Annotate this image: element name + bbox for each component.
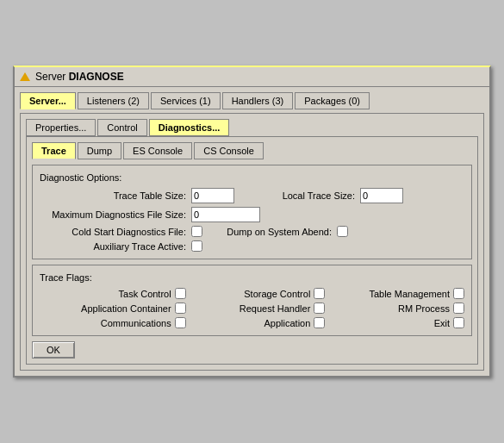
- diagnostics-panel: Trace Dump ES Console CS Console Diagnos…: [26, 136, 478, 365]
- tab-handlers[interactable]: Handlers (3): [222, 92, 294, 109]
- local-trace-size-input[interactable]: [360, 188, 403, 203]
- flag-communications-checkbox[interactable]: [175, 317, 186, 328]
- flag-table-management: Table Management: [327, 288, 464, 299]
- trace-flags-label: Trace Flags:: [40, 272, 464, 283]
- window-content: Server... Listeners (2) Services (1) Han…: [15, 87, 489, 376]
- flag-exit: Exit: [327, 317, 464, 328]
- trace-table-size-input[interactable]: [191, 188, 234, 203]
- local-trace-size-label: Local Trace Size:: [252, 190, 355, 201]
- ok-button[interactable]: OK: [32, 341, 75, 359]
- trace-table-size-label: Trace Table Size:: [48, 190, 186, 201]
- trace-flags-panel: Trace Flags: Task Control Storage Contro…: [32, 265, 472, 336]
- flag-communications-label: Communications: [101, 318, 171, 328]
- second-tab-bar: Properties... Control Diagnostics...: [26, 119, 478, 136]
- dump-abend-label: Dump on System Abend:: [220, 227, 332, 237]
- flag-storage-control-checkbox[interactable]: [314, 288, 325, 299]
- flag-task-control-checkbox[interactable]: [175, 288, 186, 299]
- size-row-1: Trace Table Size: Local Trace Size:: [48, 188, 464, 203]
- flag-app-container-label: Application Container: [81, 303, 171, 314]
- tab-dump[interactable]: Dump: [78, 142, 121, 159]
- auxiliary-trace-row: Auxiliary Trace Active:: [48, 240, 464, 252]
- diagnostic-options-form: Trace Table Size: Local Trace Size: Maxi…: [40, 188, 464, 252]
- dump-abend-group: Dump on System Abend:: [220, 226, 348, 237]
- tab-properties[interactable]: Properties...: [26, 119, 96, 136]
- title-prefix: Server: [35, 71, 69, 83]
- flag-task-control-label: Task Control: [119, 289, 171, 299]
- max-diag-size-row: Maximum Diagnostics File Size:: [48, 207, 464, 222]
- flag-rm-process-label: RM Process: [398, 303, 450, 314]
- tab-es-console[interactable]: ES Console: [123, 142, 192, 159]
- flag-request-handler-label: Request Handler: [240, 303, 311, 314]
- tab-packages[interactable]: Packages (0): [295, 92, 370, 109]
- third-tab-bar: Trace Dump ES Console CS Console: [32, 142, 472, 159]
- max-diag-size-label: Maximum Diagnostics File Size:: [48, 209, 186, 220]
- button-row: OK: [32, 341, 472, 359]
- flag-rm-process-checkbox[interactable]: [453, 303, 464, 314]
- trace-flags-grid: Task Control Storage Control Table Manag…: [40, 288, 464, 328]
- cold-start-label: Cold Start Diagnostics File:: [48, 227, 186, 237]
- auxiliary-trace-checkbox[interactable]: [191, 240, 202, 252]
- flag-task-control: Task Control: [48, 288, 186, 299]
- trace-table-size-row: Trace Table Size:: [48, 188, 234, 203]
- tab-trace[interactable]: Trace: [32, 142, 76, 159]
- warning-icon: [20, 72, 30, 81]
- flag-storage-control-label: Storage Control: [244, 289, 310, 299]
- dump-abend-checkbox[interactable]: [337, 226, 348, 237]
- tab-diagnostics[interactable]: Diagnostics...: [149, 119, 230, 136]
- flag-request-handler-checkbox[interactable]: [314, 303, 325, 314]
- auxiliary-trace-label: Auxiliary Trace Active:: [48, 241, 186, 252]
- server-panel: Properties... Control Diagnostics... Tra…: [20, 113, 484, 371]
- flag-rm-process: RM Process: [327, 303, 464, 314]
- flag-table-management-label: Table Management: [369, 289, 450, 299]
- window-title: Server DIAGNOSE: [35, 71, 124, 83]
- diagnostic-options-label: Diagnostic Options:: [40, 172, 464, 183]
- cold-start-row: Cold Start Diagnostics File: Dump on Sys…: [48, 226, 464, 237]
- max-diag-size-input[interactable]: [191, 207, 260, 222]
- flag-application-label: Application: [264, 318, 311, 328]
- tab-control[interactable]: Control: [97, 119, 146, 136]
- flag-exit-checkbox[interactable]: [453, 317, 464, 328]
- title-bold: DIAGNOSE: [69, 71, 124, 83]
- title-bar: Server DIAGNOSE: [15, 67, 489, 87]
- flag-app-container: Application Container: [48, 303, 186, 314]
- diagnostic-options-panel: Diagnostic Options: Trace Table Size: Lo…: [32, 165, 472, 259]
- flag-request-handler: Request Handler: [188, 303, 326, 314]
- flag-application: Application: [188, 317, 326, 328]
- tab-listeners[interactable]: Listeners (2): [78, 92, 149, 109]
- cold-start-group: Cold Start Diagnostics File:: [48, 226, 202, 237]
- tab-services[interactable]: Services (1): [151, 92, 221, 109]
- flag-communications: Communications: [48, 317, 186, 328]
- tab-cs-console[interactable]: CS Console: [194, 142, 264, 159]
- tab-server[interactable]: Server...: [20, 92, 76, 109]
- cold-start-checkbox[interactable]: [191, 226, 202, 237]
- top-tab-bar: Server... Listeners (2) Services (1) Han…: [20, 92, 484, 109]
- flag-app-container-checkbox[interactable]: [175, 303, 186, 314]
- flag-exit-label: Exit: [434, 318, 450, 328]
- local-trace-size-row: Local Trace Size:: [252, 188, 403, 203]
- flag-storage-control: Storage Control: [188, 288, 326, 299]
- flag-application-checkbox[interactable]: [314, 317, 325, 328]
- main-window: Server DIAGNOSE Server... Listeners (2) …: [13, 66, 491, 377]
- flag-table-management-checkbox[interactable]: [453, 288, 464, 299]
